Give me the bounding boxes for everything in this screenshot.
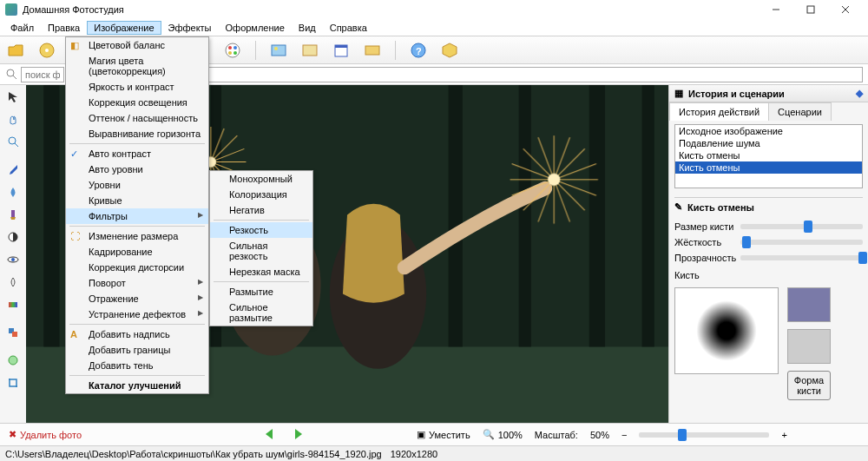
menu-item[interactable]: Оттенок / насыщенность — [66, 110, 208, 126]
menu-item[interactable]: Коррекция освещения — [66, 95, 208, 110]
menu-item[interactable]: Уровни — [66, 177, 208, 193]
menu-item[interactable]: Кадрирование — [66, 244, 208, 260]
menu-item-label: Кадрирование — [89, 247, 153, 257]
pointer-tool[interactable] — [5, 89, 21, 104]
blur-tool[interactable] — [5, 184, 21, 200]
zoom-100-label: 100% — [498, 430, 523, 440]
close-button[interactable] — [828, 1, 863, 18]
svg-point-22 — [7, 69, 14, 76]
menu-item[interactable]: ✓Авто контраст — [66, 146, 208, 161]
brush-preview[interactable] — [674, 287, 779, 374]
menu-item[interactable]: Добавить границы — [66, 342, 208, 358]
gradient-tool[interactable] — [5, 297, 21, 313]
panel-title: История и сценарии — [688, 89, 785, 99]
menu-item[interactable]: Яркость и контраст — [66, 79, 208, 95]
contrast-tool[interactable] — [5, 229, 21, 245]
prev-arrow[interactable] — [262, 426, 278, 444]
crop-tool[interactable] — [5, 375, 21, 391]
next-arrow[interactable] — [290, 426, 306, 444]
heal-tool[interactable] — [5, 352, 21, 368]
menu-вид[interactable]: Вид — [292, 21, 323, 35]
image-icon[interactable] — [268, 40, 289, 61]
slider-Жёсткость[interactable] — [740, 240, 863, 245]
menu-оформление[interactable]: Оформление — [219, 21, 292, 35]
slider-Размер кисти[interactable] — [740, 224, 863, 229]
zoom-out-button[interactable]: − — [621, 430, 627, 440]
brush-shape-button[interactable]: Форма кисти — [787, 371, 831, 400]
menu-item-label: Коррекция освещения — [89, 97, 187, 108]
help-icon[interactable]: ? — [408, 40, 429, 61]
tab-1[interactable]: Сценарии — [768, 102, 832, 121]
open-icon[interactable] — [5, 40, 26, 61]
minimize-button[interactable] — [759, 1, 793, 18]
box-icon[interactable] — [439, 40, 460, 61]
eye-tool[interactable] — [5, 252, 21, 267]
menu-item-label: Кривые — [89, 195, 122, 206]
submenu-item[interactable]: Сильная резкость — [210, 238, 312, 264]
separator — [69, 324, 205, 325]
menu-изображение[interactable]: Изображение — [87, 21, 161, 35]
history-item[interactable]: Подавление шума — [675, 137, 862, 149]
delete-photo-button[interactable]: ✖Удалить фото — [9, 429, 82, 440]
slider-Прозрачность[interactable] — [740, 255, 863, 260]
menu-item[interactable]: ⛶Изменение размера — [66, 228, 208, 244]
smudge-tool[interactable] — [5, 274, 21, 290]
file-path: C:\Users\Владелец\Desktop\Работа\скриншо… — [5, 449, 382, 459]
menu-правка[interactable]: Правка — [41, 21, 87, 35]
scale-value: 50% — [590, 430, 609, 440]
history-item[interactable]: Кисть отмены — [675, 149, 862, 161]
submenu-item[interactable]: Размытие — [210, 284, 312, 300]
menu-item[interactable]: Поворот — [66, 275, 208, 291]
frame-icon[interactable] — [299, 40, 320, 61]
zoom-tool[interactable] — [5, 134, 21, 149]
color-swatch[interactable] — [787, 287, 831, 322]
menu-item[interactable]: Коррекция дисторсии — [66, 260, 208, 275]
zoom-in-button[interactable]: + — [781, 430, 786, 440]
color-swatch-2[interactable] — [787, 329, 831, 364]
calendar-icon[interactable] — [331, 40, 352, 61]
hand-tool[interactable] — [5, 111, 21, 127]
menu-item[interactable]: ◧Цветовой баланс — [66, 37, 208, 53]
svg-rect-40 — [449, 85, 463, 346]
maximize-button[interactable] — [793, 1, 828, 18]
submenu-item[interactable]: Сильное размытие — [210, 300, 312, 326]
menu-файл[interactable]: Файл — [3, 21, 41, 35]
fit-icon: ▣ — [417, 429, 425, 440]
submenu-item[interactable]: Резкость — [210, 222, 312, 238]
submenu-item[interactable]: Монохромный — [210, 171, 312, 187]
menu-справка[interactable]: Справка — [323, 21, 374, 35]
panel-tabs: История действийСценарии — [669, 102, 868, 121]
palette-icon[interactable] — [222, 40, 243, 61]
menu-item[interactable]: Авто уровни — [66, 161, 208, 177]
menu-item-label: Устранение дефектов — [89, 309, 186, 319]
brush-tool[interactable] — [5, 207, 21, 222]
menu-item[interactable]: Кривые — [66, 193, 208, 208]
menu-item[interactable]: Устранение дефектов — [66, 306, 208, 322]
history-item[interactable]: Кисть отмены — [675, 161, 862, 174]
cd-icon[interactable] — [36, 40, 57, 61]
menu-item-label: Выравнивание горизонта — [89, 128, 201, 139]
menu-item[interactable]: Фильтры — [66, 208, 208, 224]
menu-item[interactable]: Выравнивание горизонта — [66, 126, 208, 142]
menu-item[interactable]: Добавить тень — [66, 358, 208, 373]
menu-эффекты[interactable]: Эффекты — [161, 21, 219, 35]
zoom-slider[interactable] — [639, 432, 769, 438]
tab-0[interactable]: История действий — [669, 102, 769, 121]
function-search-input[interactable] — [21, 67, 64, 82]
history-item[interactable]: Исходное изображение — [675, 125, 862, 137]
submenu-item[interactable]: Нерезкая маска — [210, 264, 312, 280]
card-icon[interactable] — [362, 40, 383, 61]
zoom-100-button[interactable]: 🔍100% — [483, 429, 523, 440]
pin-icon[interactable]: ◆ — [856, 88, 863, 99]
submenu-item[interactable]: Колоризация — [210, 187, 312, 202]
menu-item[interactable]: Отражение — [66, 291, 208, 306]
fit-button[interactable]: ▣Уместить — [417, 429, 470, 440]
submenu-item[interactable]: Негатив — [210, 202, 312, 218]
clone-tool[interactable] — [5, 325, 21, 340]
menu-item[interactable]: Каталог улучшений — [66, 378, 208, 393]
eyedropper-tool[interactable] — [5, 161, 21, 177]
image-menu-dropdown: ◧Цветовой балансМагия цвета (цветокоррек… — [65, 36, 209, 394]
menu-item[interactable]: Магия цвета (цветокоррекция) — [66, 53, 208, 79]
menu-item[interactable]: AДобавить надпись — [66, 326, 208, 342]
history-list[interactable]: Исходное изображениеПодавление шумаКисть… — [674, 124, 863, 188]
